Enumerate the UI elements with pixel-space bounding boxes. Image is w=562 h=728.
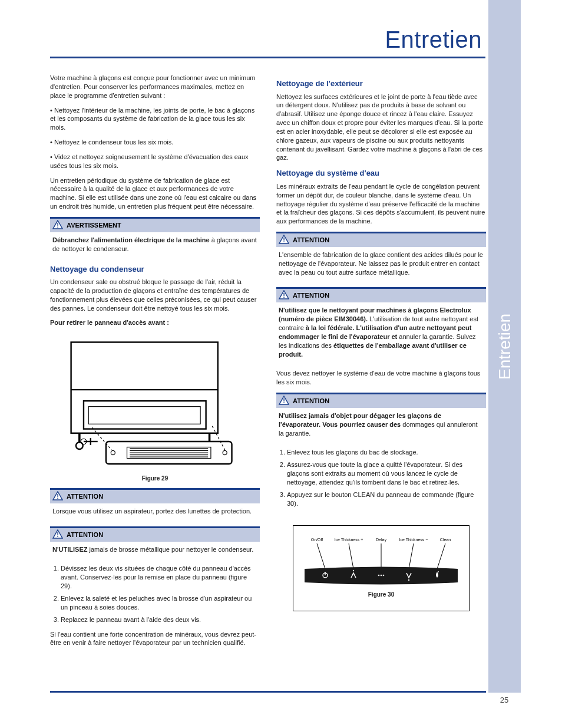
left-column: Votre machine à glaçons est conçue pour … [50,74,260,653]
warning-icon: ! [52,529,63,539]
header-rule [50,57,485,58]
svg-text:!: ! [57,531,59,538]
svg-point-41 [353,570,354,571]
panel-label-delay: Delay [376,538,386,542]
svg-text:!: ! [57,493,59,500]
figure-29-caption: Figure 29 [50,475,260,483]
callout-body: L'ensemble de fabrication de la glace co… [276,247,486,279]
callout-attention-2: ! ATTENTION N'UTILISEZ jamais de brosse … [50,526,260,556]
water-system-steps: Enlevez tous les glaçons du bac de stock… [287,448,486,508]
svg-line-37 [409,543,414,569]
condenser-p: Un condenseur sale ou obstrué bloque le … [50,278,260,312]
sidebar-band: Entretien [488,0,521,693]
heading-exterior: Nettoyage de l'extérieur [276,78,486,89]
callout-avertissement-1: ! AVERTISSEMENT Débranchez l'alimentatio… [50,217,260,256]
panel-label-clean: Clean [440,538,451,542]
svg-line-38 [437,543,445,569]
figure-30-caption: Figure 30 [300,591,462,599]
svg-point-45 [408,579,409,581]
figure-30-box: On/Off Ice Thickness + Delay Ice Thickne… [293,525,470,611]
intro-p2: Un entretien périodique du système de fa… [50,176,260,211]
list-item: Enlevez la saleté et les peluches avec l… [61,594,260,612]
footer-rule [50,691,486,693]
callout-body-strong: Débranchez l'alimentation électrique de … [52,236,210,243]
callout-label: ATTENTION [293,397,329,404]
svg-point-44 [383,575,385,577]
callout-label: ATTENTION [67,493,103,500]
figure-30-illustration: On/Off Ice Thickness + Delay Ice Thickne… [302,536,461,589]
figure-29-illustration [50,337,260,469]
warning-icon: ! [52,220,63,229]
page-number: 25 [491,696,517,704]
svg-point-43 [381,575,382,577]
intro-b1: • Nettoyez l'intérieur de la machine, le… [50,106,260,133]
right-p0: Si l'eau contient une forte concentratio… [50,630,260,648]
warning-icon: ! [52,491,63,500]
heading-water-system: Nettoyage du système d'eau [276,168,486,179]
right-column: Nettoyage de l'extérieur Nettoyez les su… [276,74,486,653]
svg-point-46 [438,571,439,572]
list-item: Dévissez les deux vis situées de chaque … [61,564,260,591]
list-item: Replacez le panneau avant à l'aide des d… [61,615,260,624]
callout-attention-1: ! ATTENTION Lorsque vous utilisez un asp… [50,488,260,518]
svg-text:!: ! [283,397,285,404]
list-item: Assurez-vous que toute la glace a quitté… [287,460,486,487]
callout-attention-5: ! ATTENTION N'utilisez jamais d'objet po… [276,393,486,440]
intro-b3: • Videz et nettoyez soigneusement le sys… [50,153,260,170]
panel-label-thickminus: Ice Thickness − [399,538,428,542]
exterior-p: Nettoyez les surfaces extérieures et le … [276,93,486,163]
callout-label: ATTENTION [293,292,329,299]
callout-label: ATTENTION [293,236,329,243]
panel-label-thickplus: Ice Thickness + [335,538,363,542]
list-item: Appuyez sur le bouton CLEAN du panneau d… [287,490,486,508]
page-header: Entretien [50,27,485,62]
svg-text:!: ! [57,222,59,229]
sys-p2: Vous devez nettoyer le système d'eau de … [276,369,486,387]
svg-point-42 [378,575,380,577]
intro-b2: • Nettoyez le condenseur tous les six mo… [50,138,260,147]
sidebar-label: Entretien [495,313,514,379]
svg-line-34 [317,543,325,569]
heading-condenser: Nettoyage du condenseur [50,264,260,275]
panel-label-onoff: On/Off [311,538,323,542]
svg-line-35 [349,543,353,569]
page-title: Entretien [50,27,485,53]
sys-p1: Les minéraux extraits de l'eau pendant l… [276,182,486,226]
callout-attention-3: ! ATTENTION L'ensemble de fabrication de… [276,232,486,279]
callout-body: Lorsque vous utilisez un aspirateur, por… [50,503,260,518]
callout-body-strong: N'UTILISEZ [52,546,87,553]
callout-label: ATTENTION [67,531,103,538]
condenser-steps: Dévissez les deux vis situées de chaque … [61,564,260,624]
callout-body-rest: jamais de brosse métallique pour nettoye… [87,546,253,553]
warning-icon: ! [279,290,289,299]
warning-icon: ! [279,396,289,405]
svg-text:!: ! [283,236,285,243]
steps-title: Pour retirer le panneau d'accès avant : [50,318,260,327]
callout-attention-4: ! ATTENTION N'utilisez que le nettoyant … [276,287,486,361]
callout-label: AVERTISSEMENT [67,222,121,229]
list-item: Enlevez tous les glaçons du bac de stock… [287,448,486,457]
intro-p1: Votre machine à glaçons est conçue pour … [50,74,260,100]
svg-text:!: ! [283,292,285,299]
warning-icon: ! [279,235,289,244]
